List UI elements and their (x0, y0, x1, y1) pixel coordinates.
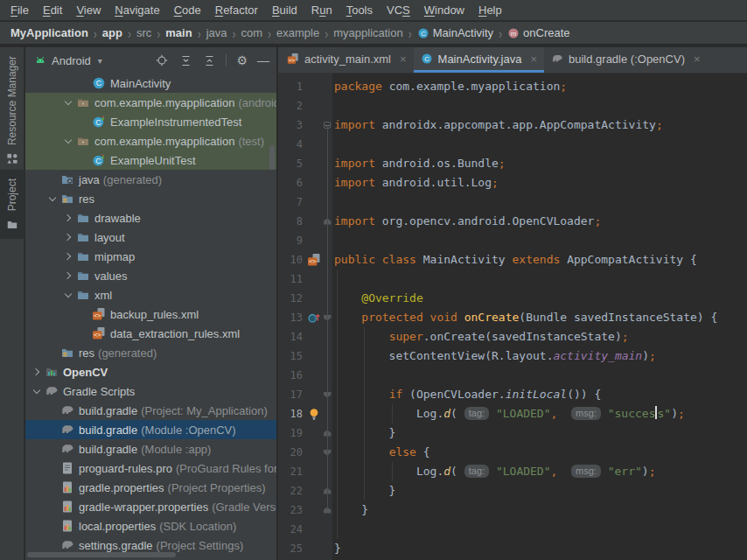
code-line-23[interactable]: 23 } (278, 500, 747, 520)
menu-file[interactable]: File (3, 2, 36, 18)
tree-item-xml[interactable]: xml (25, 285, 276, 304)
code-line-24[interactable]: 24 (278, 520, 747, 539)
code-area[interactable]: 1package com.example.myapplication;23imp… (278, 74, 747, 560)
code-line-22[interactable]: 22 } (278, 481, 747, 500)
breadcrumb-item-oncreate[interactable]: monCreate (507, 26, 569, 39)
menu-build[interactable]: Build (265, 2, 304, 18)
tree-item-gradle-properties-project-properties[interactable]: gradle.properties (Project Properties) (25, 478, 276, 497)
tree-item-gradle-scripts[interactable]: Gradle Scripts (25, 382, 276, 401)
menu-navigate[interactable]: Navigate (108, 2, 166, 18)
code-line-6[interactable]: 6import android.util.Log; (278, 173, 747, 192)
tree-item-exampleunittest[interactable]: CExampleUnitTest (25, 150, 276, 170)
menu-refactor[interactable]: Refactor (208, 2, 265, 18)
tree-item-data-extraction-rules-xml[interactable]: <>data_extraction_rules.xml (25, 324, 276, 343)
tree-item-proguard-rules-pro-proguard-rules-for-app[interactable]: proguard-rules.pro (ProGuard Rules for "… (25, 458, 276, 478)
code-line-15[interactable]: 15 setContentView(R.layout.activity_main… (278, 346, 747, 366)
menu-edit[interactable]: Edit (36, 2, 69, 18)
tree-item-values[interactable]: values (25, 266, 276, 285)
menu-code[interactable]: Code (167, 2, 208, 18)
tree-chevron-icon[interactable] (60, 273, 76, 278)
tree-item-backup-rules-xml[interactable]: <>backup_rules.xml (25, 304, 276, 324)
tree-item-exampleinstrumentedtest[interactable]: CExampleInstrumentedTest (25, 112, 276, 131)
project-view-selector[interactable]: Android▾ (34, 54, 102, 67)
gear-icon[interactable]: ⚙ (236, 54, 248, 66)
tree-chevron-icon[interactable] (60, 215, 76, 220)
code-line-12[interactable]: 12 @Override (278, 289, 747, 308)
hide-panel-icon[interactable]: — (257, 54, 269, 66)
code-line-10[interactable]: 10<>public class MainActivity extends Ap… (278, 250, 747, 270)
close-icon[interactable]: × (400, 52, 407, 66)
breadcrumb-item-myapplication[interactable]: myapplication (333, 26, 403, 39)
breadcrumb-item-main[interactable]: main (165, 26, 192, 39)
tree-horizontal-scrollbar[interactable] (27, 552, 176, 557)
tree-item-layout[interactable]: layout (25, 228, 276, 247)
tree-chevron-icon[interactable] (60, 234, 76, 240)
tree-item-mainactivity[interactable]: CMainActivity (25, 74, 276, 93)
code-line-21[interactable]: 21 Log.d( tag: "LOADED", msg: "err"); (278, 462, 747, 481)
gutter-icon-cell[interactable] (306, 407, 322, 421)
tree-chevron-icon[interactable] (60, 254, 76, 259)
editor-tab-mainactivity-java[interactable]: CMainActivity.java× (414, 47, 544, 73)
code-line-5[interactable]: 5import android.os.Bundle; (278, 154, 747, 173)
code-line-25[interactable]: 25} (278, 539, 747, 558)
tree-chevron-icon[interactable] (29, 390, 45, 393)
tree-item-drawable[interactable]: drawable (25, 208, 276, 228)
menu-window[interactable]: Window (417, 2, 471, 18)
expand-all-icon[interactable] (178, 53, 192, 67)
breadcrumb-item-example[interactable]: example (276, 26, 319, 39)
tree-item-java-generated[interactable]: java (generated) (25, 170, 276, 189)
tool-window-tab-project[interactable]: Project (0, 170, 24, 239)
tree-item-com-example-myapplication-test[interactable]: com.example.myapplication (test) (25, 131, 276, 150)
breadcrumb-item-app[interactable]: app (102, 26, 122, 39)
code-line-17[interactable]: 17 if (OpenCVLoader.initLocal()) { (278, 385, 747, 404)
menu-view[interactable]: View (69, 2, 108, 18)
tool-window-tab-resource-manager[interactable]: Resource Manager (0, 47, 24, 173)
tree-chevron-icon[interactable] (60, 294, 76, 297)
code-line-20[interactable]: 20 else { (278, 443, 747, 462)
tree-chevron-icon[interactable] (60, 102, 76, 104)
editor-tab-build-gradle-opencv[interactable]: build.gradle (:OpenCV)× (544, 47, 708, 73)
code-line-18[interactable]: 18 Log.d( tag: "LOADED", msg: "success")… (278, 404, 747, 424)
tree-chevron-icon[interactable] (45, 198, 60, 200)
tree-item-com-example-myapplication-androidtest[interactable]: com.example.myapplication (androidTest) (25, 93, 276, 112)
code-line-11[interactable]: 11 (278, 270, 747, 289)
breadcrumb-item-myapplication[interactable]: MyApplication (10, 26, 88, 39)
tree-vertical-scrollbar[interactable] (269, 145, 275, 170)
code-line-16[interactable]: 16 (278, 366, 747, 385)
breadcrumb-item-src[interactable]: src (136, 26, 151, 39)
close-icon[interactable]: × (694, 52, 701, 66)
code-line-14[interactable]: 14 super.onCreate(savedInstanceState); (278, 327, 747, 346)
tree-item-gradle-wrapper-properties-gradle-version[interactable]: gradle-wrapper.properties (Gradle Versio… (25, 497, 276, 516)
tree-item-local-properties-sdk-location[interactable]: local.properties (SDK Location) (25, 516, 276, 536)
locate-icon[interactable] (155, 53, 169, 67)
code-line-9[interactable]: 9 (278, 231, 747, 250)
code-line-8[interactable]: 8import org.opencv.android.OpenCVLoader; (278, 212, 747, 231)
tree-item-mipmap[interactable]: mipmap (25, 247, 276, 266)
tree-chevron-icon[interactable] (29, 369, 45, 374)
code-line-2[interactable]: 2 (278, 96, 747, 116)
tree-item-build-gradle-module-opencv[interactable]: build.gradle (Module :OpenCV) (25, 420, 276, 439)
tree-item-res[interactable]: res (25, 189, 276, 208)
breadcrumb-item-com[interactable]: com (241, 26, 263, 39)
code-line-3[interactable]: 3import androidx.appcompat.app.AppCompat… (278, 116, 747, 135)
code-line-4[interactable]: 4 (278, 135, 747, 154)
code-line-13[interactable]: 13 protected void onCreate(Bundle savedI… (278, 308, 747, 327)
tree-item-opencv[interactable]: OpenCV (25, 362, 276, 382)
gutter-icon-cell[interactable]: <> (306, 253, 322, 267)
code-line-1[interactable]: 1package com.example.myapplication; (278, 77, 747, 96)
editor-tab-activity-main-xml[interactable]: <>activity_main.xml× (280, 47, 414, 73)
code-line-7[interactable]: 7 (278, 192, 747, 212)
tree-item-build-gradle-module-app[interactable]: build.gradle (Module :app) (25, 439, 276, 458)
breadcrumb-item-mainactivity[interactable]: CMainActivity (417, 26, 493, 39)
menu-tools[interactable]: Tools (339, 2, 380, 18)
collapse-all-icon[interactable] (202, 53, 216, 67)
menu-vcs[interactable]: VCS (380, 2, 417, 18)
tree-item-res-generated[interactable]: res (generated) (25, 343, 276, 362)
breadcrumb-item-java[interactable]: java (206, 26, 227, 39)
close-icon[interactable]: × (530, 52, 537, 66)
menu-help[interactable]: Help (471, 2, 509, 18)
gutter-icon-cell[interactable] (306, 311, 322, 325)
menu-run[interactable]: Run (304, 2, 339, 18)
tree-item-build-gradle-project-my-application[interactable]: build.gradle (Project: My_Application) (25, 401, 276, 420)
code-line-19[interactable]: 19 } (278, 424, 747, 443)
